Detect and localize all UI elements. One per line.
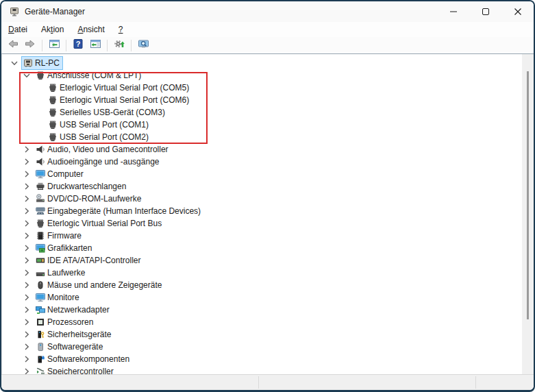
audio-speaker-icon [35,144,46,155]
tree-item-label: RL-PC [35,57,60,69]
gpu-icon [35,243,46,254]
statusbar-divider [258,376,259,389]
device-tree-pane: RL-PCAnschlüsse (COM & LPT)Eterlogic Vir… [1,53,534,375]
menu-item-hilfe[interactable]: ? [112,22,130,37]
tree-item-audioeingänge-und-ausgänge[interactable]: Audioeingänge und -ausgänge [2,156,522,168]
chevron-right-icon[interactable] [22,243,32,253]
tree-item-usb-serial-port-com2[interactable]: USB Serial Port (COM2) [2,131,522,143]
help-icon: ? [73,38,84,52]
search-computer-button[interactable] [136,38,151,53]
tree-item-label: Eingabegeräte (Human Interface Devices) [47,205,201,217]
chevron-right-icon[interactable] [22,256,32,265]
tree-item-netzwerkadapter[interactable]: Netzwerkadapter [2,304,522,316]
show-console-tree-button[interactable] [47,38,62,53]
chevron-down-icon[interactable] [22,71,32,80]
tree-item-label: Softwarekomponenten [47,353,129,365]
tree-item-label: USB Serial Port (COM2) [60,131,149,143]
show-action-pane-button[interactable] [88,38,103,53]
chevron-right-icon[interactable] [22,231,32,241]
chevron-right-icon[interactable] [22,354,32,364]
chevron-right-icon[interactable] [22,305,32,315]
tree-item-druckwarteschlangen[interactable]: Druckwarteschlangen [2,180,522,193]
tree-item-anschlüsse-com-lpt[interactable]: Anschlüsse (COM & LPT) [2,69,522,82]
tree-item-label: Mäuse und andere Zeigegeräte [47,279,162,291]
close-icon [502,1,534,22]
software-device-icon [35,341,46,352]
statusbar-divider [475,376,476,389]
toolbar-separator [107,40,108,51]
serial-port-icon [47,132,58,143]
scrollbar-thumb[interactable] [527,71,529,319]
tree-item-softwarekomponenten[interactable]: Softwarekomponenten [2,353,522,365]
minimize-icon [438,1,469,22]
chevron-right-icon[interactable] [22,145,32,154]
tree-item-label: Grafikkarten [47,242,92,254]
window-inner: Geräte-Manager DateiAktionAnsicht? ? RL-… [1,1,534,390]
tree-item-usb-serial-port-com1[interactable]: USB Serial Port (COM1) [2,119,522,131]
tree-item-computer[interactable]: Computer [2,168,522,180]
forward-button[interactable] [23,38,38,53]
chevron-right-icon[interactable] [22,342,32,352]
back-arrow-icon [7,38,19,52]
network-adapter-icon [35,304,46,315]
tree-item-eterlogic-virtual-serial-port-com6[interactable]: Eterlogic Virtual Serial Port (COM6) [2,94,522,106]
tree-item-prozessoren[interactable]: Prozessoren [2,316,522,328]
scan-hardware-changes-button[interactable] [112,38,127,53]
serial-port-icon [47,107,58,118]
monitor-icon [35,292,46,303]
vertical-scrollbar[interactable] [522,54,534,375]
chevron-right-icon[interactable] [22,330,32,339]
tree-item-sicherheitsgeräte[interactable]: Sicherheitsgeräte [2,328,522,341]
tree-item-label: Computer [47,168,84,180]
serial-port-icon [35,218,46,229]
close-button[interactable] [501,1,534,22]
chevron-right-icon[interactable] [22,169,32,179]
tree-item-eterlogic-virtual-serial-port-com5[interactable]: Eterlogic Virtual Serial Port (COM5) [2,82,522,94]
forward-arrow-icon [24,38,36,52]
chevron-right-icon[interactable] [22,194,32,204]
tree-item-grafikkarten[interactable]: Grafikkarten [2,242,522,254]
device-manager-window: Geräte-Manager DateiAktionAnsicht? ? RL-… [0,0,535,392]
search-computer-icon [138,38,149,52]
device-manager-icon [9,6,20,17]
menu-item-ansicht[interactable]: Ansicht [71,22,111,37]
tree-item-dvd-cd-rom-laufwerke[interactable]: DVD/CD-ROM-Laufwerke [2,193,522,205]
maximize-button[interactable] [469,1,501,22]
menu-item-datei[interactable]: Datei [1,22,34,37]
chevron-right-icon[interactable] [22,317,32,327]
toolbar-separator [131,40,132,51]
tree-item-firmware[interactable]: Firmware [2,230,522,242]
tree-item-ide-ata-atapi-controller[interactable]: IDE ATA/ATAPI-Controller [2,254,522,267]
menu-item-aktion[interactable]: Aktion [34,22,71,37]
chevron-right-icon[interactable] [22,206,32,216]
tree-item-mäuse-und-andere-zeigegeräte[interactable]: Mäuse und andere Zeigegeräte [2,279,522,291]
tree-item-serielles-usb-gerät-com3[interactable]: Serielles USB-Gerät (COM3) [2,106,522,119]
chevron-right-icon[interactable] [22,219,32,228]
tree-item-audio-video-und-gamecontroller[interactable]: Audio, Video und Gamecontroller [2,143,522,156]
minimize-button[interactable] [437,1,469,22]
chevron-right-icon[interactable] [22,293,32,302]
tree-item-laufwerke[interactable]: Laufwerke [2,267,522,279]
tree-item-monitore[interactable]: Monitore [2,291,522,304]
tree-item-speichercontroller[interactable]: Speichercontroller [2,365,522,375]
mouse-icon [35,280,46,291]
disk-drive-icon [35,267,46,278]
chevron-right-icon[interactable] [22,268,32,278]
tree-item-eingabegeräte-human-interface-devices[interactable]: Eingabegeräte (Human Interface Devices) [2,205,522,217]
status-bar [1,374,534,390]
tree-item-label: Firmware [47,230,82,242]
monitor-icon [35,169,46,180]
help-button[interactable]: ? [71,38,86,53]
chevron-right-icon[interactable] [22,182,32,191]
serial-port-icon [35,70,46,81]
tree-item-softwaregeräte[interactable]: Softwaregeräte [2,341,522,353]
tree-item-eterlogic-virtual-serial-port-bus[interactable]: Eterlogic Virtual Serial Port Bus [2,217,522,230]
chevron-right-icon[interactable] [22,280,32,290]
tree-item-label: Anschlüsse (COM & LPT) [47,69,141,82]
chevron-right-icon[interactable] [22,157,32,167]
back-button[interactable] [5,38,21,53]
tree-item-rl-pc[interactable]: RL-PC [2,57,522,69]
tree-item-label: Druckwarteschlangen [47,180,126,193]
hid-icon [35,206,46,217]
chevron-down-icon[interactable] [10,58,19,68]
